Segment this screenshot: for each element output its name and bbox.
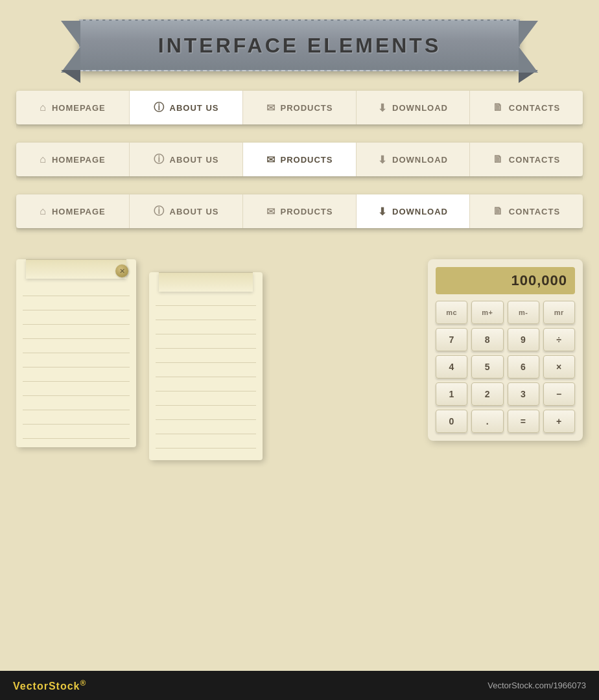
notepad-line (23, 368, 130, 382)
nav1-contacts[interactable]: 🗎 CONTACTS (470, 91, 583, 124)
notepad-line (156, 434, 256, 449)
calc-row-mem: mc m+ m- mr (436, 301, 575, 324)
footer-logo-text: VectorStock (13, 681, 80, 692)
notepad-pinned: ✕ (16, 259, 136, 447)
home-icon-2: ⌂ (40, 154, 47, 165)
nav3-products-label: PRODUCTS (281, 207, 333, 216)
nav2-underline (16, 176, 583, 181)
notepad-plain (149, 272, 263, 460)
notepad-line (156, 334, 256, 349)
calc-btn-subtract[interactable]: − (543, 382, 575, 406)
calc-btn-mminus[interactable]: m- (508, 301, 539, 324)
calc-btn-dot[interactable]: . (471, 410, 503, 433)
nav3-products[interactable]: ✉ PRODUCTS (243, 194, 357, 228)
notepad-line (23, 382, 130, 396)
notepad-line (156, 349, 256, 363)
nav2-contacts[interactable]: 🗎 CONTACTS (470, 143, 583, 176)
nav-bar-2: ⌂ HOMEPAGE ⓘ ABOUT US ✉ PRODUCTS ⬇ DOWNL… (16, 143, 583, 176)
ribbon: INTERFACE ELEMENTS (79, 19, 520, 71)
calc-btn-2[interactable]: 2 (471, 382, 503, 406)
notepad-line (23, 410, 130, 425)
download-icon-3: ⬇ (378, 205, 387, 218)
nav1-products[interactable]: ✉ PRODUCTS (243, 91, 357, 124)
notepad-line (23, 396, 130, 410)
contacts-icon-3: 🗎 (493, 205, 504, 217)
contacts-icon: 🗎 (493, 102, 504, 113)
home-icon: ⌂ (40, 102, 47, 113)
calc-btn-1[interactable]: 1 (436, 382, 467, 406)
widgets-section: ✕ (0, 246, 599, 473)
footer-logo: VectorStock® (13, 679, 86, 692)
nav3-homepage-label: HOMEPAGE (52, 207, 106, 216)
calc-btn-multiply[interactable]: × (543, 355, 575, 379)
nav3-contacts-label: CONTACTS (509, 207, 560, 216)
nav3-homepage[interactable]: ⌂ HOMEPAGE (16, 194, 130, 228)
nav1-homepage-label: HOMEPAGE (52, 103, 106, 113)
nav1-contacts-label: CONTACTS (509, 103, 560, 113)
nav2-products[interactable]: ✉ PRODUCTS (243, 143, 357, 176)
nav1-products-label: PRODUCTS (281, 103, 333, 113)
notepad-line (23, 282, 130, 296)
calc-btn-5[interactable]: 5 (471, 355, 503, 379)
nav3-about[interactable]: ⓘ ABOUT US (130, 194, 243, 228)
nav1-about-label: ABOUT US (170, 103, 219, 113)
calc-btn-4[interactable]: 4 (436, 355, 467, 379)
nav2-download-label: DOWNLOAD (392, 155, 448, 165)
nav2-download[interactable]: ⬇ DOWNLOAD (357, 143, 470, 176)
notepad-line (156, 363, 256, 377)
calc-buttons: mc m+ m- mr 7 8 9 ÷ 4 5 6 × 1 2 3 − (436, 301, 575, 433)
calc-display: 100,000 (436, 267, 575, 294)
nav1-homepage[interactable]: ⌂ HOMEPAGE (16, 91, 130, 124)
calc-btn-mr[interactable]: mr (543, 301, 575, 324)
info-icon: ⓘ (154, 101, 165, 115)
calc-btn-3[interactable]: 3 (508, 382, 539, 406)
notepad-line (23, 296, 130, 310)
notepad-line (23, 339, 130, 353)
calc-row-789: 7 8 9 ÷ (436, 328, 575, 351)
nav2-contacts-label: CONTACTS (509, 155, 560, 165)
calc-btn-divide[interactable]: ÷ (543, 328, 575, 351)
nav2-homepage[interactable]: ⌂ HOMEPAGE (16, 143, 130, 176)
nav2-about-label: ABOUT US (170, 155, 219, 165)
calc-btn-7[interactable]: 7 (436, 328, 467, 351)
nav2-homepage-label: HOMEPAGE (52, 155, 106, 165)
calc-row-456: 4 5 6 × (436, 355, 575, 379)
products-icon-3: ✉ (266, 205, 276, 218)
nav-bar-section-2: ⌂ HOMEPAGE ⓘ ABOUT US ✉ PRODUCTS ⬇ DOWNL… (16, 143, 583, 181)
notepad-line (23, 325, 130, 339)
nav3-download[interactable]: ⬇ DOWNLOAD (357, 194, 470, 228)
nav3-about-label: ABOUT US (170, 207, 219, 216)
nav-bar-section-1: ⌂ HOMEPAGE ⓘ ABOUT US ✉ PRODUCTS ⬇ DOWNL… (16, 91, 583, 130)
calc-btn-6[interactable]: 6 (508, 355, 539, 379)
notepad-line (156, 292, 256, 306)
calc-btn-0[interactable]: 0 (436, 410, 467, 433)
footer-url: VectorStock.com/1966073 (487, 681, 586, 690)
notepad-line (156, 306, 256, 320)
nav2-products-label: PRODUCTS (281, 155, 333, 165)
calc-btn-mc[interactable]: mc (436, 301, 467, 324)
products-icon-2: ✉ (266, 154, 276, 166)
nav1-about[interactable]: ⓘ ABOUT US (130, 91, 243, 124)
home-icon-3: ⌂ (40, 205, 47, 217)
calc-btn-add[interactable]: + (543, 410, 575, 433)
products-icon: ✉ (266, 102, 276, 114)
ribbon-section: INTERFACE ELEMENTS (0, 0, 599, 71)
calc-row-123: 1 2 3 − (436, 382, 575, 406)
notepad-lines-2 (156, 292, 256, 449)
nav1-download[interactable]: ⬇ DOWNLOAD (357, 91, 470, 124)
notepad-curl-top (26, 259, 126, 279)
calc-btn-mplus[interactable]: m+ (471, 301, 503, 324)
nav3-contacts[interactable]: 🗎 CONTACTS (470, 194, 583, 228)
download-icon-2: ⬇ (378, 154, 387, 166)
calc-btn-9[interactable]: 9 (508, 328, 539, 351)
calc-btn-equals[interactable]: = (508, 410, 539, 433)
notepad-line (156, 420, 256, 434)
notepad-pin: ✕ (115, 264, 128, 277)
calculator: 100,000 mc m+ m- mr 7 8 9 ÷ 4 5 6 × 1 (428, 259, 583, 441)
notepad-lines-1 (23, 282, 130, 439)
calc-btn-8[interactable]: 8 (471, 328, 503, 351)
nav2-about[interactable]: ⓘ ABOUT US (130, 143, 243, 176)
nav3-underline (16, 228, 583, 233)
notepad-curl-plain (159, 272, 253, 292)
nav1-underline (16, 124, 583, 130)
